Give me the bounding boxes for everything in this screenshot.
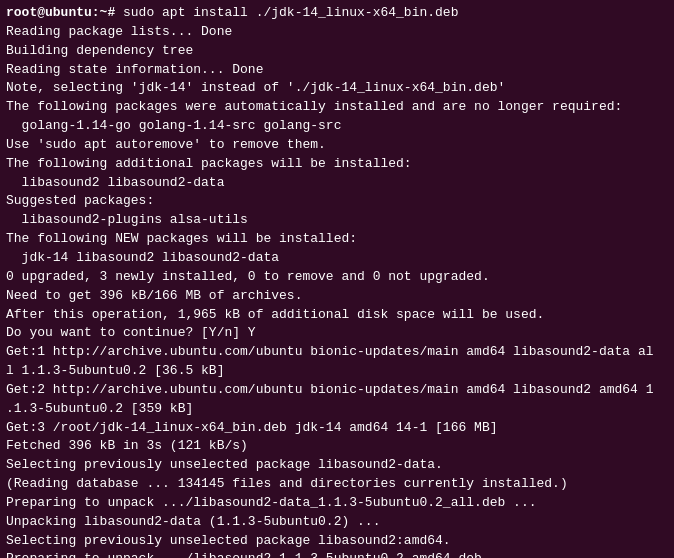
terminal-line: Need to get 396 kB/166 MB of archives. bbox=[6, 287, 668, 306]
terminal-line: Reading state information... Done bbox=[6, 61, 668, 80]
terminal-line: root@ubuntu:~# sudo apt install ./jdk-14… bbox=[6, 4, 668, 23]
terminal-line: Do you want to continue? [Y/n] Y bbox=[6, 324, 668, 343]
terminal-line: Use 'sudo apt autoremove' to remove them… bbox=[6, 136, 668, 155]
terminal-line: Reading package lists... Done bbox=[6, 23, 668, 42]
terminal-line: golang-1.14-go golang-1.14-src golang-sr… bbox=[6, 117, 668, 136]
terminal-line: Get:2 http://archive.ubuntu.com/ubuntu b… bbox=[6, 381, 668, 419]
terminal-line: Unpacking libasound2-data (1.1.3-5ubuntu… bbox=[6, 513, 668, 532]
terminal-line: The following packages were automaticall… bbox=[6, 98, 668, 117]
terminal-line: 0 upgraded, 3 newly installed, 0 to remo… bbox=[6, 268, 668, 287]
terminal-line: jdk-14 libasound2 libasound2-data bbox=[6, 249, 668, 268]
terminal-line: Preparing to unpack .../libasound2_1.1.3… bbox=[6, 550, 668, 558]
terminal-line: Get:1 http://archive.ubuntu.com/ubuntu b… bbox=[6, 343, 668, 381]
terminal-line: The following additional packages will b… bbox=[6, 155, 668, 174]
terminal-line: Get:3 /root/jdk-14_linux-x64_bin.deb jdk… bbox=[6, 419, 668, 438]
terminal-line: (Reading database ... 134145 files and d… bbox=[6, 475, 668, 494]
terminal-line: The following NEW packages will be insta… bbox=[6, 230, 668, 249]
terminal-line: Fetched 396 kB in 3s (121 kB/s) bbox=[6, 437, 668, 456]
terminal-line: Selecting previously unselected package … bbox=[6, 532, 668, 551]
command-text: sudo apt install ./jdk-14_linux-x64_bin.… bbox=[115, 5, 458, 20]
terminal-line: libasound2 libasound2-data bbox=[6, 174, 668, 193]
terminal-line: Note, selecting 'jdk-14' instead of './j… bbox=[6, 79, 668, 98]
terminal-line: After this operation, 1,965 kB of additi… bbox=[6, 306, 668, 325]
terminal-line: Suggested packages: bbox=[6, 192, 668, 211]
terminal-window[interactable]: root@ubuntu:~# sudo apt install ./jdk-14… bbox=[0, 0, 674, 558]
terminal-line: libasound2-plugins alsa-utils bbox=[6, 211, 668, 230]
prompt-text: root@ubuntu:~# bbox=[6, 5, 115, 20]
terminal-line: Selecting previously unselected package … bbox=[6, 456, 668, 475]
terminal-line: Preparing to unpack .../libasound2-data_… bbox=[6, 494, 668, 513]
terminal-line: Building dependency tree bbox=[6, 42, 668, 61]
